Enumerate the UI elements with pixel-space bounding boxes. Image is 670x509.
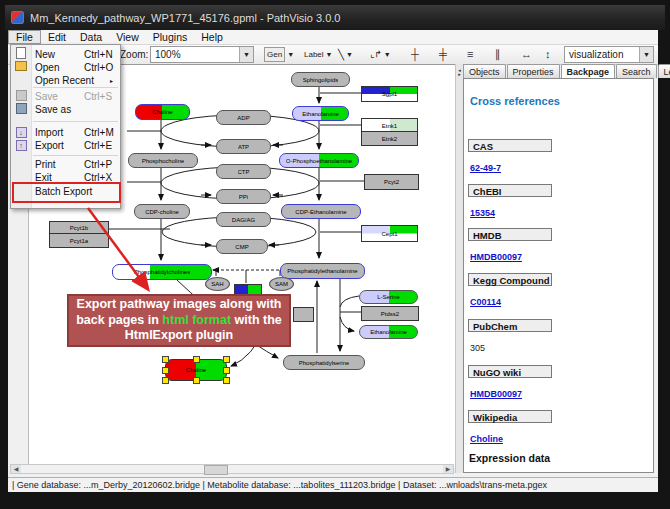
chevron-down-icon[interactable]: ▼ bbox=[287, 51, 294, 58]
connector-tool[interactable]: ⌞↱▼ bbox=[370, 46, 391, 62]
section-kegg: Kegg Compound bbox=[468, 273, 552, 286]
section-chebi: ChEBI bbox=[468, 184, 552, 197]
tab-properties[interactable]: Properties bbox=[507, 64, 560, 78]
node-choline-selected[interactable]: Choline bbox=[165, 359, 227, 381]
menu-item-open[interactable]: Open Ctrl+O bbox=[11, 61, 120, 73]
chevron-down-icon[interactable]: ▼ bbox=[326, 51, 333, 58]
gene-pcyt1a[interactable]: Pcyt1a bbox=[49, 233, 109, 248]
section-hmdb: HMDB bbox=[468, 228, 552, 241]
selection-handle[interactable] bbox=[223, 367, 230, 374]
menu-separator bbox=[33, 155, 118, 156]
tab-backpage[interactable]: Backpage bbox=[561, 64, 616, 78]
chevron-down-icon[interactable]: ▼ bbox=[346, 51, 353, 58]
selection-handle[interactable] bbox=[223, 377, 230, 384]
node-ethanolamine-2[interactable]: Ethanolamine bbox=[359, 325, 418, 339]
node-dag[interactable]: DAG/AG bbox=[216, 212, 271, 227]
gene-etnk2[interactable]: Etnk2 bbox=[361, 131, 418, 146]
selection-handle[interactable] bbox=[162, 356, 169, 363]
link-chebi[interactable]: 15354 bbox=[470, 208, 495, 218]
node-cdp-ethanolamine[interactable]: CDP-Ethanolamine bbox=[281, 204, 361, 219]
gene-sgpl1[interactable]: Sgpl1 bbox=[361, 86, 418, 102]
batch-export-highlight-box bbox=[12, 182, 121, 203]
tab-legend[interactable]: Legend bbox=[658, 64, 670, 78]
visualization-combobox[interactable]: visualization ▼ bbox=[564, 46, 654, 63]
tab-objects[interactable]: Objects bbox=[463, 64, 506, 78]
section-nugo: NuGO wiki bbox=[468, 365, 552, 378]
align-center-x-icon[interactable]: ┼ bbox=[404, 46, 426, 62]
scroll-left-icon[interactable]: ◀ bbox=[11, 465, 21, 473]
link-hmdb[interactable]: HMDB00097 bbox=[470, 252, 522, 262]
export-icon: ↑ bbox=[11, 140, 31, 151]
selection-handle[interactable] bbox=[162, 367, 169, 374]
window-title: Mm_Kennedy_pathway_WP1771_45176.gpml - P… bbox=[30, 12, 340, 24]
selection-handle[interactable] bbox=[193, 356, 200, 363]
menu-view[interactable]: View bbox=[109, 30, 146, 44]
label-tool-button[interactable]: Label bbox=[304, 50, 324, 59]
node-choline[interactable]: Choline bbox=[135, 104, 190, 120]
link-wikipedia[interactable]: Choline bbox=[470, 434, 503, 444]
selection-handle[interactable] bbox=[193, 377, 200, 384]
menu-item-print[interactable]: Print Ctrl+P bbox=[11, 158, 120, 170]
section-pubchem: PubChem bbox=[468, 319, 552, 332]
distribute-vertical-icon[interactable]: ∥ bbox=[488, 46, 508, 62]
menu-help[interactable]: Help bbox=[194, 30, 230, 44]
menu-item-save[interactable]: Save Ctrl+S bbox=[11, 90, 120, 102]
label-tool[interactable]: Label ▼ bbox=[304, 46, 333, 62]
link-nugo[interactable]: HMDB00097 bbox=[470, 389, 522, 399]
menu-separator bbox=[33, 121, 118, 122]
menu-separator bbox=[33, 87, 118, 88]
distribute-horizontal-icon[interactable]: ≡ bbox=[460, 46, 480, 62]
common-width-icon[interactable]: ↔ bbox=[514, 46, 539, 62]
menu-file[interactable]: File bbox=[8, 30, 41, 44]
node-adp[interactable]: ADP bbox=[216, 110, 271, 125]
menu-item-open-recent[interactable]: Open Recent ▸ bbox=[11, 74, 120, 86]
menu-item-import[interactable]: ↓ Import Ctrl+M bbox=[11, 126, 120, 138]
title-bar[interactable]: Mm_Kennedy_pathway_WP1771_45176.gpml - P… bbox=[5, 5, 665, 30]
node-l-serine[interactable]: L-Serine bbox=[359, 290, 418, 304]
node-phosphatidylserine[interactable]: Phosphatidylserine bbox=[283, 355, 365, 370]
new-document-icon bbox=[11, 47, 31, 61]
align-center-y-icon[interactable]: ╪ bbox=[432, 46, 454, 62]
node-phosphocholine[interactable]: Phosphocholine bbox=[128, 153, 198, 168]
node-ppi[interactable]: PPi bbox=[216, 189, 271, 204]
node-cmp[interactable]: CMP bbox=[216, 239, 268, 254]
link-kegg[interactable]: C00114 bbox=[470, 297, 501, 307]
chevron-down-icon[interactable]: ▼ bbox=[384, 51, 391, 58]
menu-data[interactable]: Data bbox=[73, 30, 109, 44]
node-ctp[interactable]: CTP bbox=[216, 164, 271, 179]
gene-pcyt2[interactable]: Pcyt2 bbox=[364, 174, 419, 190]
menu-edit[interactable]: Edit bbox=[41, 30, 73, 44]
menu-plugins[interactable]: Plugins bbox=[146, 30, 194, 44]
node-sphingolipids[interactable]: Sphingolipids bbox=[291, 72, 350, 87]
node-phosphatidylethanolamine[interactable]: Phosphatidylethanolamine bbox=[280, 263, 365, 279]
menu-item-new[interactable]: New Ctrl+N bbox=[11, 48, 120, 60]
selection-handle[interactable] bbox=[223, 356, 230, 363]
gene-node-button[interactable]: Gen bbox=[264, 47, 285, 62]
gene-box-partially-hidden-2[interactable] bbox=[293, 307, 314, 322]
section-wikipedia: Wikipedia bbox=[468, 410, 552, 423]
zoom-label: Zoom: bbox=[120, 46, 148, 62]
gene-cept1[interactable]: Cept1 bbox=[361, 225, 418, 242]
zoom-combobox[interactable]: 100% ▼ bbox=[150, 46, 254, 63]
node-cdp-choline[interactable]: CDP-choline bbox=[134, 204, 190, 219]
tab-search[interactable]: Search bbox=[616, 64, 657, 78]
selection-handle[interactable] bbox=[162, 377, 169, 384]
node-sah[interactable]: SAH bbox=[205, 277, 230, 291]
line-tool[interactable]: ╲▼ bbox=[338, 46, 353, 62]
menu-item-export[interactable]: ↑ Export Ctrl+E bbox=[11, 139, 120, 151]
node-ethanolamine[interactable]: Ethanolamine bbox=[292, 106, 349, 121]
sidebar-tabs: Objects Properties Backpage Search Legen… bbox=[463, 64, 670, 78]
value-pubchem: 305 bbox=[470, 343, 485, 353]
chevron-down-icon[interactable]: ▼ bbox=[239, 47, 253, 62]
node-phosphatidylcholines[interactable]: Phosphatidylcholines bbox=[112, 264, 212, 280]
link-cas[interactable]: 62-49-7 bbox=[470, 163, 501, 173]
chevron-down-icon[interactable]: ▼ bbox=[639, 47, 653, 62]
node-sam[interactable]: SAM bbox=[269, 277, 294, 291]
menu-item-save-as[interactable]: Save as bbox=[11, 103, 120, 115]
common-height-icon[interactable]: ↕ bbox=[538, 46, 558, 62]
gene-node-tool[interactable]: Gen ▼ bbox=[264, 46, 294, 62]
node-o-phosphoethanolamine[interactable]: O-Phosphoethanolamine bbox=[279, 153, 359, 168]
pathvisio-window: Mm_Kennedy_pathway_WP1771_45176.gpml - P… bbox=[0, 0, 670, 509]
gene-ptdss2[interactable]: Ptdss2 bbox=[361, 306, 419, 321]
node-atp[interactable]: ATP bbox=[216, 139, 271, 154]
